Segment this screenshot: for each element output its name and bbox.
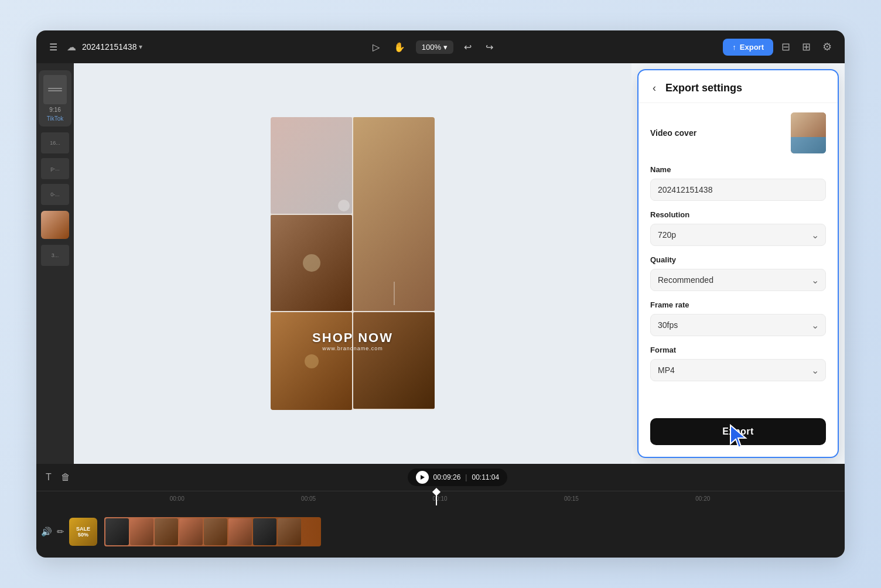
topbar-center: ▷ ✋ 100% ▾ ↩ ↪ bbox=[149, 38, 716, 56]
back-button[interactable]: ‹ bbox=[650, 81, 658, 95]
timeline-tracks: 🔊 ✏ SALE50% bbox=[36, 505, 845, 558]
zoom-control[interactable]: 100% ▾ bbox=[416, 40, 453, 54]
video-cover-section: Video cover bbox=[650, 112, 826, 153]
canvas-area: SHOP NOW www.brandname.com bbox=[74, 63, 631, 464]
video-text-overlay: SHOP NOW www.brandname.com bbox=[271, 330, 435, 351]
ruler-mark-1: 00:05 bbox=[243, 495, 374, 502]
app-window: ☰ ☁ 202412151438 ▾ ▷ ✋ 100% ▾ ↩ ↪ ↑ Expo… bbox=[36, 30, 845, 558]
track-thumb-1 bbox=[105, 518, 129, 545]
cloud-icon: ☁ bbox=[67, 42, 76, 53]
track-thumb-7 bbox=[253, 518, 276, 545]
ruler-mark-0: 00:00 bbox=[111, 495, 243, 502]
framerate-select[interactable]: 30fps 24fps 60fps bbox=[650, 314, 826, 336]
project-name[interactable]: 202412151438 ▾ bbox=[82, 42, 142, 52]
sidebar-panel-project[interactable]: 9:16 TikTok bbox=[39, 70, 71, 127]
export-panel-body: Video cover Name Resolution bbox=[638, 103, 838, 418]
playhead bbox=[436, 491, 437, 505]
audio-toggle-button[interactable]: 🔊 bbox=[41, 527, 52, 537]
main-area: 9:16 TikTok 16... p-... 0-... 3... bbox=[36, 63, 845, 464]
zoom-dropdown-icon: ▾ bbox=[443, 43, 448, 52]
platform-label: TikTok bbox=[47, 115, 64, 122]
edit-button[interactable]: ✏ bbox=[57, 527, 64, 537]
website-text: www.brandname.com bbox=[271, 346, 435, 351]
track-thumb-3 bbox=[155, 518, 178, 545]
video-preview: SHOP NOW www.brandname.com bbox=[271, 117, 435, 410]
export-panel: ‹ Export settings Video cover Name bbox=[638, 70, 838, 457]
redo-button[interactable]: ↪ bbox=[482, 38, 497, 56]
framerate-label: Frame rate bbox=[650, 300, 826, 309]
menu-button[interactable]: ☰ bbox=[46, 38, 61, 56]
sidebar-item-3[interactable]: 0-... bbox=[41, 184, 69, 205]
playback-indicator: 00:09:26 | 00:11:04 bbox=[408, 469, 508, 486]
sidebar-thumb[interactable] bbox=[41, 211, 69, 239]
play-button[interactable] bbox=[416, 471, 429, 484]
track-thumb-2 bbox=[130, 518, 153, 545]
track-thumb-5 bbox=[204, 518, 227, 545]
export-action-button[interactable]: Export bbox=[650, 418, 826, 445]
track-thumb-4 bbox=[179, 518, 203, 545]
ruler-mark-2: 00:10 bbox=[374, 495, 506, 502]
resolution-select[interactable]: 720p 1080p 480p 4K bbox=[650, 224, 826, 246]
resolution-label: Resolution bbox=[650, 210, 826, 219]
topbar-right: ↑ Export ⊟ ⊞ ⚙ bbox=[723, 38, 835, 56]
track-thumb-6 bbox=[228, 518, 252, 545]
play-icon bbox=[421, 475, 425, 480]
sidebar-item-2[interactable]: p-... bbox=[41, 158, 69, 179]
sidebar-item-4[interactable]: 3... bbox=[41, 245, 69, 266]
aspect-ratio-label: 9:16 bbox=[49, 107, 60, 113]
text-edit-button[interactable]: T bbox=[46, 472, 52, 483]
track-thumb-8 bbox=[278, 518, 301, 545]
format-select-wrapper: MP4 MOV AVI GIF bbox=[650, 359, 826, 381]
framerate-field-group: Frame rate 30fps 24fps 60fps bbox=[650, 300, 826, 336]
export-header-button[interactable]: ↑ Export bbox=[723, 39, 773, 56]
format-field-group: Format MP4 MOV AVI GIF bbox=[650, 346, 826, 381]
format-label: Format bbox=[650, 346, 826, 354]
resolution-select-wrapper: 720p 1080p 480p 4K bbox=[650, 224, 826, 246]
timeline-ruler: 00:00 00:05 00:10 00:15 00:20 bbox=[36, 491, 845, 505]
ruler-mark-4: 00:20 bbox=[637, 495, 769, 502]
track-thumbnail[interactable]: SALE50% bbox=[69, 518, 97, 546]
hand-tool-button[interactable]: ✋ bbox=[390, 38, 409, 56]
split-view-button[interactable]: ⊞ bbox=[798, 38, 814, 56]
track-controls: 🔊 ✏ SALE50% bbox=[41, 518, 100, 546]
ruler-marks: 00:00 00:05 00:10 00:15 00:20 bbox=[111, 495, 769, 502]
quality-field-group: Quality Recommended High Medium Low bbox=[650, 255, 826, 291]
video-cover-thumbnail[interactable] bbox=[791, 112, 826, 153]
quality-select[interactable]: Recommended High Medium Low bbox=[650, 269, 826, 291]
ruler-mark-3: 00:15 bbox=[506, 495, 637, 502]
total-time: 00:11:04 bbox=[472, 473, 499, 481]
track-segment[interactable] bbox=[104, 517, 321, 546]
format-select[interactable]: MP4 MOV AVI GIF bbox=[650, 359, 826, 381]
sidebar-item-1[interactable]: 16... bbox=[41, 132, 69, 153]
timeline-controls: T 🗑 00:09:26 | 00:11:04 bbox=[36, 464, 845, 491]
topbar-left: ☰ ☁ 202412151438 ▾ bbox=[46, 38, 142, 56]
shop-now-text: SHOP NOW bbox=[271, 330, 435, 346]
project-dropdown-icon: ▾ bbox=[139, 43, 142, 51]
track-content bbox=[104, 515, 840, 548]
left-sidebar: 9:16 TikTok 16... p-... 0-... 3... bbox=[36, 63, 74, 464]
export-panel-title: Export settings bbox=[665, 82, 742, 94]
delete-clip-button[interactable]: 🗑 bbox=[61, 472, 70, 483]
export-icon: ↑ bbox=[732, 43, 736, 52]
name-label: Name bbox=[650, 165, 826, 174]
name-field-group: Name bbox=[650, 165, 826, 201]
name-input[interactable] bbox=[650, 179, 826, 201]
export-panel-header: ‹ Export settings bbox=[638, 70, 838, 103]
timeline: T 🗑 00:09:26 | 00:11:04 00:00 00:05 00:1… bbox=[36, 464, 845, 558]
panels-button[interactable]: ⊟ bbox=[778, 38, 794, 56]
video-cover-label: Video cover bbox=[650, 128, 696, 138]
current-time: 00:09:26 bbox=[433, 473, 461, 481]
resolution-field-group: Resolution 720p 1080p 480p 4K bbox=[650, 210, 826, 246]
quality-label: Quality bbox=[650, 255, 826, 264]
undo-button[interactable]: ↩ bbox=[460, 38, 475, 56]
topbar: ☰ ☁ 202412151438 ▾ ▷ ✋ 100% ▾ ↩ ↪ ↑ Expo… bbox=[36, 30, 845, 63]
framerate-select-wrapper: 30fps 24fps 60fps bbox=[650, 314, 826, 336]
settings-button[interactable]: ⚙ bbox=[819, 38, 835, 56]
cursor-tool-button[interactable]: ▷ bbox=[369, 38, 383, 56]
quality-select-wrapper: Recommended High Medium Low bbox=[650, 269, 826, 291]
